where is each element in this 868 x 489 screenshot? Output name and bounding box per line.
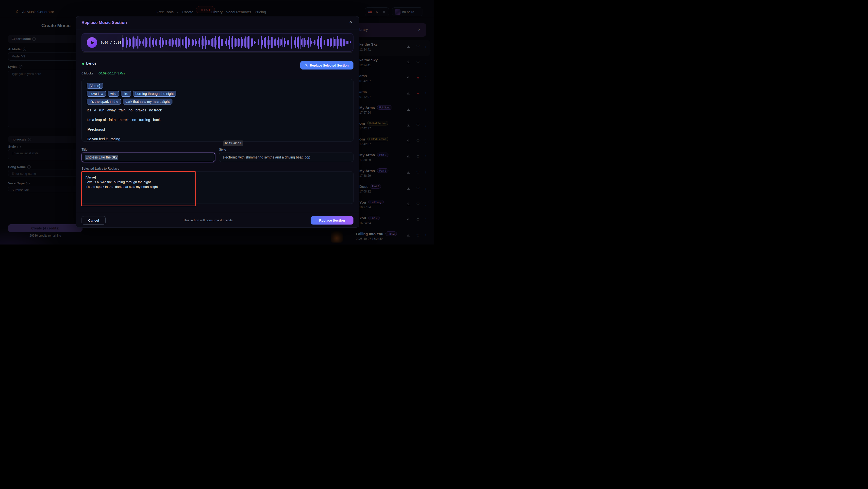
lyric-line[interactable]: It’s a leap of faith there’s no turning … — [87, 117, 348, 122]
blocks-count: 6 blocks — [82, 71, 93, 75]
lyric-chip[interactable]: burning through the night — [133, 91, 177, 96]
playback-time: 0:00 / 3:14 — [101, 41, 121, 45]
play-button[interactable] — [87, 37, 97, 48]
lyric-chip[interactable]: wild — [107, 91, 119, 96]
replace-selected-section-button[interactable]: ✎ Replace Selected Section — [300, 61, 353, 69]
title-input[interactable]: Endless Like the Sky — [82, 152, 215, 162]
selected-text: Endless Like the Sky — [85, 155, 118, 160]
time-range-tooltip: 00:15 - 00:17 — [223, 141, 243, 146]
lyric-line[interactable]: Do you feel it racing — [87, 137, 348, 142]
title-field-label: Title — [82, 148, 88, 151]
replace-section-button[interactable]: Replace Section — [311, 216, 353, 225]
credits-consume-note: This action will consume 4 credits — [159, 219, 257, 222]
lyric-chip[interactable]: It’s the spark in the — [87, 98, 121, 105]
selected-lyrics-line: It’s the spark in the dark that sets my … — [86, 184, 349, 189]
selected-lyric-chips: [Verse]Love is awildfireburning through … — [87, 83, 348, 105]
replace-music-section-modal: Replace Music Section × 0:00 / 3:14 Lyri… — [75, 16, 360, 228]
unselected-lyric-lines: It’s a run away train no brakes no track… — [87, 108, 348, 142]
playhead-cursor[interactable] — [122, 35, 122, 50]
lyric-chip-row: [Verse] — [87, 83, 348, 89]
close-icon[interactable]: × — [349, 19, 352, 25]
selected-lyrics-textarea[interactable]: [Verse]Love is a wild fire burning throu… — [82, 172, 353, 204]
lyric-chip[interactable]: [Verse] — [87, 83, 103, 89]
style-field-label: Style — [219, 148, 226, 151]
lyrics-section-label: Lyrics — [86, 61, 96, 65]
lyric-chip-row: Love is awildfireburning through the nig… — [87, 91, 348, 96]
cancel-button[interactable]: Cancel — [82, 216, 106, 225]
modal-title: Replace Music Section — [82, 20, 127, 25]
lyric-chip[interactable]: dark that sets my heart alight — [123, 98, 173, 105]
status-dot — [82, 63, 84, 65]
pencil-icon: ✎ — [305, 64, 308, 67]
lyric-line[interactable]: [Prechorus] — [87, 127, 348, 132]
lyric-chip-row: It’s the spark in thedark that sets my h… — [87, 98, 348, 105]
style-input[interactable]: electronic with shimmering synths and a … — [219, 152, 353, 162]
audio-player: 0:00 / 3:14 — [82, 33, 353, 52]
selected-time-range: 00:09-00:17 (8.0s) — [98, 71, 125, 75]
lyric-chip[interactable]: fire — [121, 91, 131, 96]
selected-lyrics-line: [Verse] — [86, 175, 349, 180]
selected-lyrics-label: Selected Lyrics to Replace — [82, 167, 119, 170]
lyrics-blocks-panel: [Verse]Love is awildfireburning through … — [82, 79, 353, 142]
page: ♫ AI Music Generator Free Tools Create H… — [0, 0, 434, 244]
waveform[interactable] — [122, 35, 351, 49]
selected-lyrics-line: Love is a wild fire burning through the … — [86, 180, 349, 184]
player-reflection — [83, 52, 352, 53]
lyric-line[interactable]: It’s a run away train no brakes no track — [87, 108, 348, 113]
lyric-chip[interactable]: Love is a — [87, 91, 106, 96]
play-icon — [91, 41, 94, 45]
